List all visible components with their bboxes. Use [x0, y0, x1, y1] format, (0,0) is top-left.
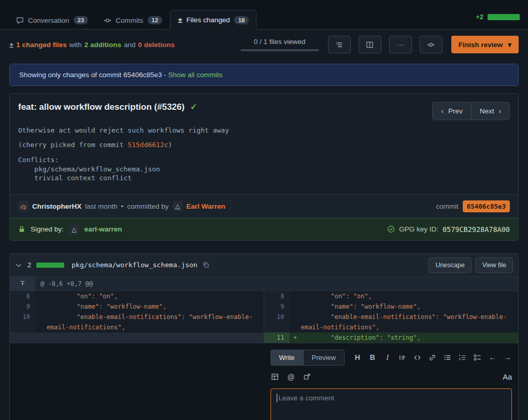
file-tree-icon — [335, 41, 343, 49]
mention-icon[interactable]: @ — [287, 372, 296, 382]
global-diffstat: +2 — [476, 13, 520, 29]
show-all-commits-link[interactable]: Show all commits — [168, 71, 222, 79]
commit-title: feat: allow workflow description (#5326)… — [18, 102, 197, 112]
commit-conflicts-block: Conflicts: pkg/schema/workflow_schema.js… — [18, 155, 510, 183]
expand-hunk-button[interactable] — [10, 277, 35, 291]
cherry-sha-link[interactable]: 515dd6612c — [127, 141, 168, 149]
heading-icon[interactable]: H — [353, 353, 362, 362]
view-file-button[interactable]: View file — [476, 257, 513, 273]
commit-sha-badge[interactable]: 65406c85e3 — [463, 200, 510, 212]
line-code: "description": "string", — [301, 332, 519, 343]
line-sign — [290, 301, 301, 312]
commit-icon — [104, 17, 111, 24]
file-name[interactable]: pkg/schema/workflow_schema.json — [72, 261, 197, 269]
next-commit-button[interactable]: Next › — [472, 103, 509, 120]
committer-avatar[interactable]: △ — [173, 201, 183, 211]
diff-options-button[interactable]: ··· — [389, 36, 412, 53]
line-number[interactable]: 10 — [10, 312, 35, 332]
author-avatar[interactable] — [18, 201, 28, 211]
line-number[interactable]: 8 — [10, 291, 35, 301]
file-action-buttons: Unescape View file — [429, 257, 513, 273]
signer-avatar[interactable]: △ — [69, 224, 79, 235]
commit-sha-area: commit 65406c85e3 — [436, 200, 510, 212]
diff-right-column: 8 "on": "on", 9 "name": "workflow-name",… — [264, 291, 519, 343]
unordered-list-icon[interactable] — [443, 353, 452, 362]
line-code: "name": "workflow-name", — [301, 301, 519, 312]
split-diff: 8 "on": "on", 9 "name": "workflow-name",… — [10, 291, 518, 343]
italic-icon[interactable]: I — [383, 353, 392, 362]
commit-title-text: feat: allow workflow description (#5326) — [18, 102, 184, 112]
changed-files-link[interactable]: 1 changed files — [16, 41, 67, 49]
ci-success-icon[interactable]: ✓ — [190, 103, 197, 111]
commit-message-body: Otherwise act would reject such workflow… — [10, 123, 518, 194]
commit-cherry-line: (cherry picked from commit 515dd6612c) — [18, 141, 510, 149]
commit-time: last month — [85, 202, 117, 210]
editor-toolbar: Write Preview H B I — [270, 350, 512, 366]
line-sign — [35, 301, 47, 312]
lock-icon — [18, 225, 25, 233]
deletions-text: 0 deletions — [138, 41, 175, 49]
bold-icon[interactable]: B — [368, 353, 377, 362]
tab-files-changed[interactable]: ± Files changed 18 — [170, 10, 256, 30]
gpg-key-label: GPG key ID: — [399, 225, 438, 233]
line-code: "enable-email-notifications": "workflow-… — [47, 312, 264, 332]
signer-link[interactable]: earl-warren — [84, 225, 122, 233]
reference-icon[interactable] — [303, 372, 312, 382]
comment-row-left-empty — [10, 343, 264, 420]
finish-review-button[interactable]: Finish review ▾ — [451, 36, 519, 53]
file-changes-count: 2 — [27, 261, 31, 269]
quote-icon[interactable] — [398, 353, 407, 362]
link-icon[interactable] — [428, 353, 437, 362]
prev-commit-button[interactable]: ‹ Prev — [433, 103, 471, 120]
formatting-tools: H B I — [353, 353, 512, 362]
files-viewed: 0 / 1 files viewed — [240, 38, 319, 51]
line-number[interactable]: 10 — [264, 312, 290, 332]
author-name[interactable]: ChristopherHX — [32, 202, 81, 210]
tab-write[interactable]: Write — [271, 350, 303, 365]
line-number[interactable]: 8 — [264, 291, 290, 301]
line-sign — [290, 291, 301, 301]
gpg-key-area: GPG key ID: 0579CB2928A78A00 — [387, 225, 510, 234]
dot-separator: • — [121, 202, 124, 210]
tab-commits[interactable]: Commits 12 — [96, 10, 170, 30]
line-number[interactable]: 9 — [264, 301, 290, 312]
collapse-file-icon[interactable] — [15, 262, 22, 269]
signed-by-label: Signed by: — [31, 225, 64, 233]
files-viewed-progress — [240, 49, 319, 51]
line-code: "on": "on", — [47, 291, 264, 301]
addition-sign: + — [290, 332, 301, 343]
tab-conversation[interactable]: Conversation 23 — [8, 10, 96, 30]
verified-check-icon — [387, 225, 395, 233]
unescape-button[interactable]: Unescape — [429, 257, 471, 273]
diff-filler-line — [10, 332, 264, 343]
committed-by-text: committed by — [127, 202, 168, 210]
file-diff-header: 2 pkg/schema/workflow_schema.json Unesca… — [10, 254, 518, 277]
comment-input-wrapper — [270, 388, 512, 420]
split-view-icon — [366, 41, 374, 49]
tab-commits-label: Commits — [116, 17, 143, 24]
copy-path-icon[interactable] — [203, 262, 209, 268]
task-list-icon[interactable] — [473, 353, 482, 362]
indent-icon[interactable]: → — [503, 353, 512, 362]
font-size-toggle[interactable]: Aa — [503, 373, 512, 381]
chevron-right-icon: › — [499, 107, 502, 115]
comment-textarea[interactable] — [270, 388, 512, 420]
commit-select-button[interactable] — [420, 36, 443, 53]
line-number[interactable]: 11 — [264, 332, 290, 343]
file-tree-toggle-button[interactable] — [328, 36, 351, 53]
diff-line: 9 "name": "workflow-name", — [10, 301, 264, 312]
split-view-button[interactable] — [359, 36, 381, 53]
diff-line: 8 "on": "on", — [264, 291, 519, 301]
line-sign — [35, 291, 47, 301]
line-code: "name": "workflow-name", — [47, 301, 264, 312]
outdent-icon[interactable]: ← — [488, 353, 497, 362]
tab-preview[interactable]: Preview — [303, 350, 344, 365]
committer-name[interactable]: Earl Warren — [187, 202, 225, 210]
hunk-header-text: @ -8,6 +8,7 @@ — [35, 277, 98, 291]
ordered-list-icon[interactable] — [458, 353, 467, 362]
table-icon[interactable] — [270, 372, 280, 382]
line-number[interactable]: 9 — [10, 301, 35, 312]
files-count-badge: 18 — [234, 16, 249, 24]
caret-down-icon: ▾ — [508, 40, 511, 49]
code-icon[interactable] — [413, 353, 422, 362]
